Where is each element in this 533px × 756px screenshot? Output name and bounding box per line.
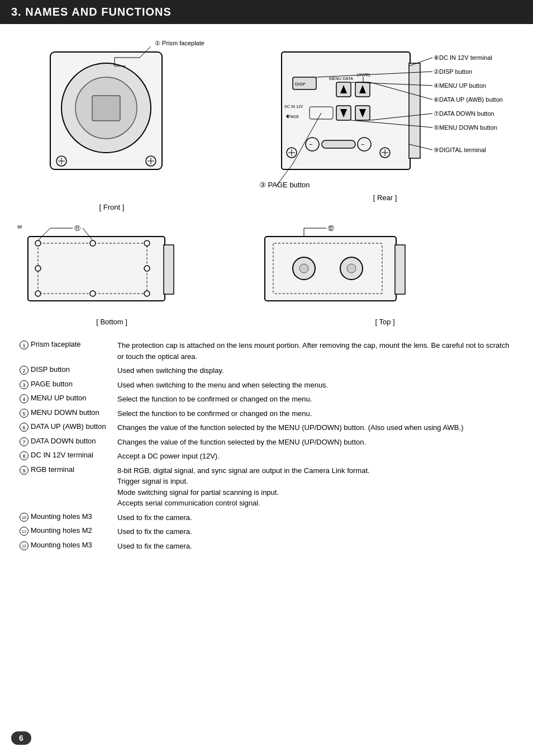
rgb-desc-line-3: Mode switching signal for partial scanni… [117, 487, 516, 498]
rgb-desc-line-1: 8-bit RGB, digital signal, and sync sign… [117, 465, 516, 476]
rgb-desc-line-2: Trigger signal is input. [117, 476, 516, 487]
svg-point-65 [35, 291, 41, 296]
svg-text:DC IN 12V: DC IN 12V [284, 105, 303, 108]
func-name-4: MENU UP button [31, 394, 86, 402]
func-num-10: 10 Mounting holes M3 [17, 512, 117, 522]
func-num-6: 6 DATA UP (AWB) button [17, 422, 117, 432]
svg-rect-3 [92, 96, 120, 121]
func-desc-11: Used to fix the camera. [117, 526, 516, 537]
func-desc-7: Changes the value of the function select… [117, 437, 516, 448]
func-desc-8: Accept a DC power input (12V). [117, 451, 516, 462]
svg-text:⑫: ⑫ [328, 225, 334, 231]
func-desc-4: Select the function to be confirmed or c… [117, 394, 516, 405]
func-name-10: Mounting holes M3 [31, 512, 92, 521]
rgb-desc-line-4: Accepts serial communication control sig… [117, 498, 516, 509]
bottom-top-area: ⑩ ⑪ [ Bottom ] [17, 225, 516, 329]
func-num-3: 3 PAGE button [17, 380, 117, 389]
svg-text:DISP: DISP [295, 82, 306, 87]
diagram-area: ① Prism faceplate [ Front ] DISP DC IN 1… [17, 35, 516, 214]
func-num-11: 11 Mounting holes M2 [17, 526, 117, 536]
func-desc-5: Select the function to be confirmed or c… [117, 408, 516, 419]
circled-12: 12 [20, 541, 28, 550]
svg-point-68 [90, 291, 96, 296]
page-number: 6 [11, 731, 31, 745]
circled-3: 3 [20, 380, 28, 389]
func-row-8: 8 DC IN 12V terminal Accept a DC power i… [17, 451, 516, 462]
svg-rect-77 [395, 245, 405, 294]
circled-10: 10 [20, 513, 28, 522]
front-view: ① Prism faceplate [ Front ] [17, 35, 207, 214]
func-num-4: 4 MENU UP button [17, 394, 117, 403]
func-desc-1: The protection cap is attached on the le… [117, 340, 516, 362]
func-name-3: PAGE button [31, 380, 73, 388]
svg-point-70 [144, 266, 150, 271]
circled-1: 1 [20, 341, 28, 349]
rear-label: [ Rear ] [254, 193, 516, 202]
func-name-9: RGB terminal [31, 465, 74, 474]
circled-11: 11 [20, 527, 28, 536]
func-num-5: 5 MENU DOWN button [17, 408, 117, 418]
header-title: 3. NAMES AND FUNCTIONS [11, 6, 172, 18]
func-name-8: DC IN 12V terminal [31, 451, 93, 459]
circled-2: 2 [20, 366, 28, 375]
svg-text:⑤MENU DOWN button: ⑤MENU DOWN button [434, 124, 497, 131]
front-label: [ Front ] [17, 203, 207, 211]
svg-text:④MENU UP button: ④MENU UP button [434, 82, 486, 89]
svg-text:⑩: ⑩ [17, 225, 22, 230]
svg-text:⑪: ⑪ [74, 225, 80, 231]
func-row-12: 12 Mounting holes M3 Used to fix the cam… [17, 541, 516, 552]
top-diagram-svg: ⑫ [254, 225, 432, 318]
func-num-2: 2 DISP button [17, 365, 117, 375]
func-row-11: 11 Mounting holes M2 Used to fix the cam… [17, 526, 516, 537]
page-header: 3. NAMES AND FUNCTIONS [0, 0, 533, 24]
page-button-label: ③ PAGE button [259, 181, 310, 189]
svg-point-69 [35, 266, 41, 271]
svg-rect-76 [265, 237, 396, 301]
svg-line-45 [409, 58, 432, 66]
circled-7: 7 [20, 437, 28, 446]
svg-rect-16 [409, 63, 420, 158]
func-name-6: DATA UP (AWB) button [31, 422, 106, 431]
front-diagram-svg: ① Prism faceplate [17, 35, 207, 203]
svg-text:−: − [361, 141, 364, 148]
circled-8: 8 [20, 451, 28, 460]
func-name-2: DISP button [31, 365, 70, 374]
bottom-view: ⑩ ⑪ [ Bottom ] [17, 225, 207, 329]
func-row-9: 9 RGB terminal 8-bit RGB, digital signal… [17, 465, 516, 509]
svg-point-66 [144, 291, 150, 296]
func-row-2: 2 DISP button Used when switching the di… [17, 365, 516, 376]
top-label: [ Top ] [254, 318, 516, 326]
func-desc-2: Used when switching the display. [117, 365, 516, 376]
func-row-10: 10 Mounting holes M3 Used to fix the cam… [17, 512, 516, 523]
svg-point-80 [299, 264, 308, 273]
func-name-1: Prism faceplate [31, 340, 81, 348]
svg-text:⑨DIGITAL terminal: ⑨DIGITAL terminal [434, 147, 486, 153]
svg-point-63 [35, 240, 41, 246]
func-num-12: 12 Mounting holes M3 [17, 541, 117, 550]
svg-text:PAGE: PAGE [288, 115, 299, 119]
circled-9: 9 [20, 466, 28, 475]
svg-text:②DISP button: ②DISP button [434, 68, 472, 75]
svg-rect-61 [164, 245, 174, 294]
dc-in-callout: ⑧DC IN 12V terminal [434, 54, 492, 61]
bottom-label: [ Bottom ] [17, 318, 207, 326]
top-view: ⑫ [ Top ] [254, 225, 516, 329]
circled-4: 4 [20, 394, 28, 403]
svg-point-82 [347, 264, 356, 273]
func-num-7: 7 DATA DOWN button [17, 437, 117, 446]
bottom-diagram-svg: ⑩ ⑪ [17, 225, 196, 318]
func-row-7: 7 DATA DOWN button Changes the value of … [17, 437, 516, 448]
svg-text:MENU  DATA: MENU DATA [329, 76, 353, 81]
func-name-5: MENU DOWN button [31, 408, 99, 417]
func-row-5: 5 MENU DOWN button Select the function t… [17, 408, 516, 419]
func-desc-9: 8-bit RGB, digital signal, and sync sign… [117, 465, 516, 509]
svg-text:⑦DATA DOWN button: ⑦DATA DOWN button [434, 110, 494, 117]
func-num-1: 1 Prism faceplate [17, 340, 117, 349]
func-desc-12: Used to fix the camera. [117, 541, 516, 552]
func-name-11: Mounting holes M2 [31, 526, 92, 535]
func-row-1: 1 Prism faceplate The protection cap is … [17, 340, 516, 362]
circled-5: 5 [20, 409, 28, 418]
func-desc-10: Used to fix the camera. [117, 512, 516, 523]
func-name-12: Mounting holes M3 [31, 541, 92, 549]
svg-point-64 [144, 240, 150, 246]
